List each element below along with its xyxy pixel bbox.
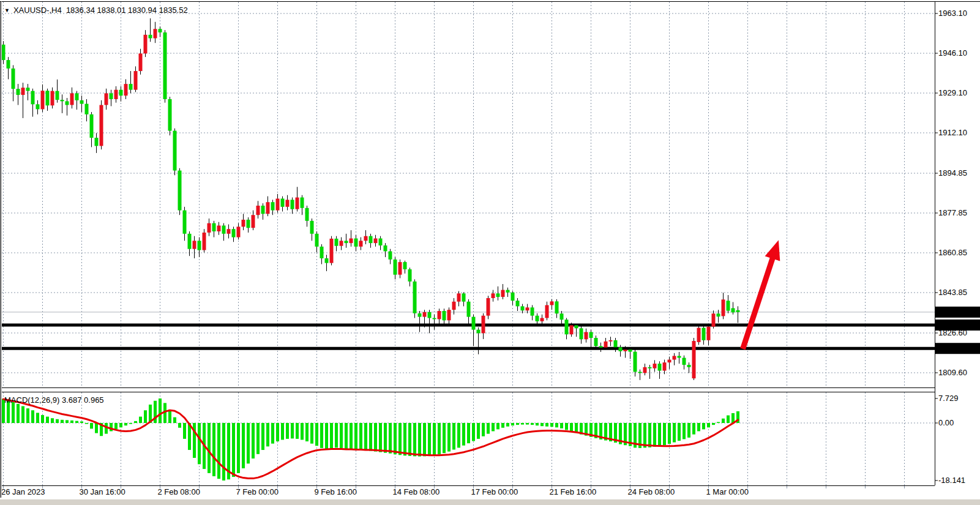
candle: [619, 345, 623, 356]
candle-body: [418, 313, 422, 317]
candle: [438, 309, 441, 324]
candle-body: [154, 29, 157, 38]
macd-histogram-bar: [208, 423, 211, 473]
candle-body: [545, 305, 549, 318]
candle: [717, 310, 720, 323]
symbol-marker-icon[interactable]: ▼: [4, 8, 10, 13]
macd-histogram-bar: [717, 422, 720, 423]
mt4-chart-window: 1963.101946.101929.101912.101894.851877.…: [0, 0, 980, 505]
macd-histogram-bar: [46, 417, 49, 423]
candle-body: [266, 202, 270, 214]
candle: [428, 310, 432, 333]
macd-histogram-bar: [501, 423, 504, 428]
macd-histogram-bar: [438, 423, 441, 454]
macd-histogram-bar: [65, 420, 69, 423]
candle-body: [398, 262, 402, 275]
candle-body: [232, 229, 236, 237]
macd-histogram-bar: [707, 423, 710, 427]
candle-body: [90, 114, 94, 138]
candle-body: [428, 312, 432, 318]
candle-body: [119, 90, 123, 96]
candle-body: [369, 236, 373, 243]
candle-body: [139, 53, 143, 71]
candle-body: [256, 206, 260, 215]
macd-histogram-bar: [129, 423, 132, 424]
candle-body: [301, 198, 304, 208]
candle: [707, 324, 711, 345]
candle: [188, 231, 192, 256]
candle-body: [501, 290, 505, 297]
candle: [364, 230, 368, 244]
candle-body: [291, 200, 294, 209]
candle-body: [648, 367, 652, 368]
candle: [550, 299, 554, 310]
candle: [545, 302, 549, 321]
time-axis-label: 2 Feb 08:00: [158, 487, 200, 496]
macd-histogram-bar: [144, 410, 147, 423]
candle: [575, 324, 578, 337]
macd-histogram-bar: [668, 423, 671, 444]
macd-histogram-bar: [413, 423, 416, 456]
macd-histogram-bar: [41, 415, 44, 423]
price-axis-label: 1929.10: [938, 88, 967, 97]
candle: [374, 235, 378, 247]
candle-body: [624, 350, 627, 351]
candle-body: [340, 241, 343, 245]
candle: [286, 195, 290, 211]
macd-axis-label: 7.729: [938, 394, 959, 403]
macd-histogram-bar: [325, 423, 328, 450]
candle-body: [722, 299, 725, 316]
candle-body: [36, 104, 40, 109]
candle-body: [580, 328, 583, 339]
macd-histogram-bar: [124, 423, 127, 425]
candle-body: [653, 364, 657, 368]
macd-histogram-bar: [80, 421, 83, 423]
candle: [242, 214, 245, 230]
candle: [7, 57, 10, 79]
candle: [692, 338, 696, 380]
candle-body: [697, 328, 701, 342]
candle-body: [423, 312, 427, 317]
candle-body: [217, 225, 221, 231]
candle: [183, 207, 187, 241]
candle: [340, 238, 343, 250]
candle-body: [526, 307, 529, 310]
macd-histogram-bar: [271, 423, 274, 444]
macd-histogram-bar: [340, 423, 343, 448]
candle-body: [2, 45, 6, 60]
macd-histogram-bar: [540, 423, 544, 426]
macd-histogram-bar: [256, 423, 260, 454]
time-axis-label: 1 Mar 00:00: [706, 487, 749, 496]
macd-histogram-bar: [673, 423, 676, 443]
candle: [301, 195, 304, 215]
candle-body: [443, 311, 446, 320]
candle: [237, 223, 241, 240]
price-axis-label: 1946.10: [938, 48, 967, 58]
candle-body: [575, 325, 578, 328]
price-axis-label: 1843.85: [938, 288, 967, 297]
macd-histogram-bar: [531, 423, 534, 425]
candle: [369, 234, 373, 248]
candle: [114, 86, 118, 103]
candle-body: [276, 198, 280, 210]
candle-body: [359, 241, 363, 247]
candle: [90, 112, 94, 147]
candle: [168, 97, 172, 135]
candle-body: [643, 367, 647, 373]
candle-body: [614, 340, 618, 347]
price-axis-label: 1860.85: [938, 248, 967, 257]
macd-histogram-bar: [36, 413, 39, 423]
time-axis-label: 30 Jan 16:00: [80, 487, 125, 496]
chart-canvas[interactable]: 1963.101946.101929.101912.101894.851877.…: [0, 0, 980, 505]
candle: [638, 370, 642, 380]
macd-histogram-bar: [56, 419, 59, 423]
candle-body: [163, 32, 167, 99]
candle: [472, 315, 476, 346]
candle: [105, 89, 108, 110]
macd-histogram-bar: [75, 421, 78, 423]
time-axis-label: 21 Feb 16:00: [550, 487, 597, 496]
candle-body: [110, 93, 113, 99]
macd-histogram-bar: [12, 402, 15, 423]
candle-body: [540, 318, 544, 321]
price-badge-label: 1835.52: [938, 307, 967, 316]
